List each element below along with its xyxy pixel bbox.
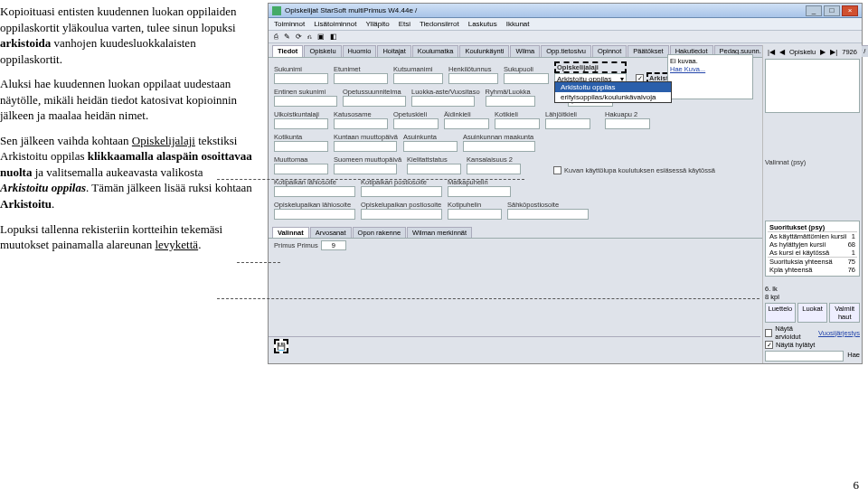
close-button[interactable]: × (842, 5, 858, 16)
menu-item[interactable]: Etsi (399, 20, 410, 28)
btn-luettelo[interactable]: Luettelo (765, 303, 796, 323)
maximize-button[interactable]: □ (824, 5, 840, 16)
input[interactable] (545, 118, 590, 129)
input[interactable] (411, 96, 475, 107)
cb-label: Näytä hylätyt (776, 341, 815, 349)
toolbar-icon[interactable]: ◧ (330, 33, 337, 41)
minimize-button[interactable]: _ (806, 5, 822, 16)
nav-label: Opiskelu (789, 48, 816, 56)
tab[interactable]: Opp.tietosivu (541, 45, 591, 57)
toolbar-icon[interactable]: ⟳ (296, 33, 302, 41)
hae-button[interactable]: Hae (847, 351, 860, 362)
tab[interactable]: Hoitajat (377, 45, 410, 57)
label: Kotikieli (495, 110, 540, 118)
input-hetu[interactable] (448, 73, 498, 84)
nav-next[interactable]: ▶ (820, 48, 826, 56)
input[interactable] (334, 141, 397, 152)
btn-valmiit[interactable]: Valmiit haut (829, 303, 860, 323)
input[interactable] (274, 141, 328, 152)
input[interactable] (605, 118, 650, 129)
label: Kansalaisuus 2 (467, 155, 521, 164)
input[interactable] (486, 96, 535, 107)
app-window: Opiskelijat StarSoft multiPrimus W4.44e … (268, 3, 863, 364)
input[interactable] (274, 186, 355, 197)
menu-item[interactable]: Tiedonsiirrot (420, 20, 459, 28)
rp-stats: Suoritukset (psy) As käyttämättömien kur… (765, 221, 860, 277)
para-4: Lopuksi tallenna rekisteriin kortteihin … (0, 221, 253, 253)
dropdown-option[interactable]: Arkistoitu oppilas (555, 82, 671, 92)
tab[interactable]: Wilma (510, 45, 540, 57)
tab[interactable]: Päätökset (627, 45, 668, 57)
bottombar: 💾 (269, 336, 760, 363)
toolbar-icon[interactable]: ⎌ (307, 33, 312, 41)
menu-item[interactable]: Toiminnot (274, 20, 305, 28)
tab[interactable]: Koulumatka (412, 45, 459, 57)
subtab[interactable]: Opon rakenne (353, 227, 407, 238)
input[interactable] (274, 164, 328, 174)
input[interactable] (495, 118, 540, 129)
toolbar-icon[interactable]: ✎ (284, 33, 290, 41)
input-sukunimi[interactable] (274, 73, 328, 84)
input[interactable] (463, 141, 535, 152)
input[interactable] (507, 209, 589, 220)
para-2: Aluksi hae kuudennen luokan oppilaat uud… (0, 76, 253, 124)
vuosijarjestys-link[interactable]: Vuosijärjestys (818, 329, 860, 337)
primus-label: Primus Primus (274, 241, 318, 249)
toolbar-icon[interactable]: ▣ (317, 33, 325, 41)
kuvan-kaytto-checkbox[interactable] (553, 166, 561, 174)
input[interactable] (393, 118, 439, 129)
tab-tiedot[interactable]: Tiedot (272, 45, 303, 57)
nav-prev[interactable]: ◀ (779, 48, 785, 56)
input[interactable] (448, 209, 502, 220)
nav-last[interactable]: ▶| (830, 48, 837, 56)
rp-list[interactable] (765, 59, 860, 113)
tab[interactable]: Huomio (343, 45, 377, 57)
label: Lähjöitkieli (545, 110, 590, 118)
input[interactable] (274, 209, 355, 220)
menu-item[interactable]: Laskutus (468, 20, 497, 28)
cb-hylatyt[interactable]: ✓ (765, 341, 773, 349)
menu-item[interactable]: Ylläpito (365, 20, 389, 28)
input[interactable] (334, 164, 397, 174)
tab[interactable]: Koulunkäynti (459, 45, 509, 57)
subtab[interactable]: Arvosanat (310, 227, 352, 238)
input-kutsumanimi[interactable] (393, 73, 443, 84)
window-title: Opiskelijat StarSoft multiPrimus W4.44e … (285, 6, 417, 14)
stat-value: 76 (848, 266, 855, 274)
connector-line (237, 262, 280, 263)
hae-kuva-link[interactable]: Hae Kuva... (670, 65, 750, 73)
label: Ulkoistkuntalaji (274, 110, 328, 118)
tab[interactable]: Opinnot (592, 45, 627, 57)
stat-label: As hylättyjen kursii (769, 240, 826, 249)
input[interactable] (361, 209, 442, 220)
label: Kielitattstatus (407, 155, 461, 164)
input[interactable] (361, 186, 442, 197)
opiskelijalaji-dropdown[interactable]: Arkistoitu oppilas erityisoppilas/koulun… (554, 81, 672, 103)
subtab[interactable]: Valinnat (272, 227, 309, 238)
input[interactable] (444, 118, 489, 129)
input[interactable] (343, 96, 406, 107)
menu-item[interactable]: Lisätoiminnot (314, 20, 356, 28)
input[interactable] (403, 141, 458, 152)
dropdown-option[interactable]: erityisoppilas/koulunkävalvoja (555, 92, 671, 102)
input[interactable] (448, 186, 511, 197)
input[interactable] (334, 118, 388, 129)
pikahaku-input[interactable] (765, 351, 844, 362)
label: Sähköpostiosoite (507, 201, 589, 209)
input-etunimet[interactable] (334, 73, 388, 84)
save-disk-icon[interactable]: 💾 (274, 339, 288, 353)
label: Kotikunta (274, 133, 328, 141)
tab[interactable]: Opiskelu (304, 45, 341, 57)
input[interactable] (274, 118, 328, 129)
input[interactable] (274, 96, 337, 107)
input-sp[interactable] (504, 73, 549, 84)
primus-value[interactable]: 9 (321, 240, 346, 250)
toolbar-icon[interactable]: ⎙ (274, 33, 278, 41)
nav-first[interactable]: |◀ (768, 48, 775, 56)
input[interactable] (467, 164, 521, 174)
btn-luokat[interactable]: Luokat (797, 303, 828, 323)
cb-arvioidut[interactable] (765, 329, 772, 337)
subtab[interactable]: Wilman merkinnät (407, 227, 472, 238)
menu-item[interactable]: Ikkunat (506, 20, 530, 28)
input[interactable] (407, 164, 461, 174)
